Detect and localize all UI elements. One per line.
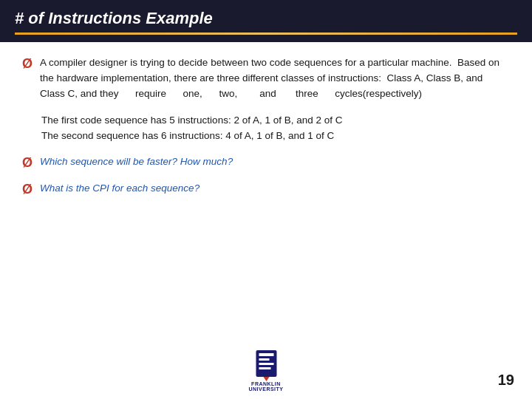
svg-rect-4 [259,367,270,369]
svg-rect-1 [259,353,273,356]
svg-rect-3 [259,363,273,365]
logo-area: FRANKLIN UNIVERSITY [248,349,283,392]
bullet-item-2: Ø Which sequence will be faster? How muc… [22,154,510,171]
slide-header: # of Instructions Example [0,0,532,42]
franklin-university-logo [253,349,279,381]
bullet-arrow-2: Ø [22,155,33,171]
code-sequences-block: The first code sequence has 5 instructio… [22,112,510,144]
slide-content: Ø A compiler designer is trying to decid… [0,42,532,215]
bullet-arrow-1: Ø [22,56,33,72]
code-line-2: The second sequence has 6 instructions: … [41,128,510,144]
bullet-arrow-3: Ø [22,182,33,197]
header-underline [15,33,517,35]
logo-text-line2: UNIVERSITY [248,386,283,392]
question-text-2: What is the CPI for each sequence? [40,181,200,196]
question-text-1: Which sequence will be faster? How much? [40,154,233,169]
code-line-1: The first code sequence has 5 instructio… [41,112,510,129]
slide: # of Instructions Example Ø A compiler d… [0,0,532,399]
bullet-text-1: A compiler designer is trying to decide … [40,55,510,102]
svg-rect-2 [259,358,269,361]
logo-text-line1: FRANKLIN [251,381,281,386]
bullet-item-3: Ø What is the CPI for each sequence? [22,181,510,197]
page-number: 19 [498,372,514,389]
bullet-item-1: Ø A compiler designer is trying to decid… [22,55,510,102]
slide-title: # of Instructions Example [15,9,517,28]
